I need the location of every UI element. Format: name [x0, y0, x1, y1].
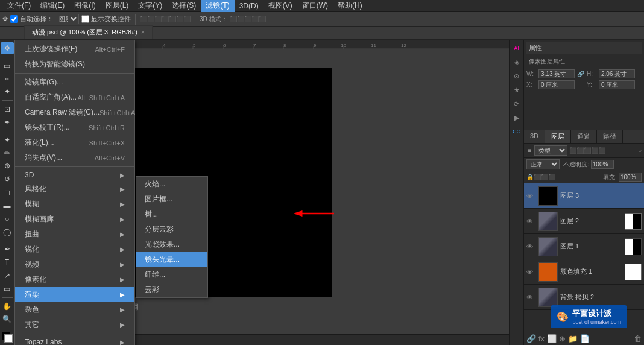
render-tree[interactable]: 树...	[136, 207, 207, 222]
dodge-tool[interactable]: ◯	[1, 226, 14, 238]
ai-icon[interactable]: AI	[511, 42, 523, 54]
eraser-tool[interactable]: ◻	[1, 186, 14, 198]
healing-tool[interactable]: ✦	[1, 134, 14, 146]
width-input[interactable]	[538, 69, 575, 78]
layer-1-visibility[interactable]: 👁	[526, 243, 536, 250]
layer-delete-btn[interactable]: 🗑	[634, 334, 642, 343]
render-layered-clouds[interactable]: 分层云彩	[136, 222, 207, 237]
fill-input[interactable]	[619, 172, 642, 182]
brush-tool[interactable]: ✏	[1, 147, 14, 159]
layer-filter-toggle[interactable]: ○	[638, 147, 642, 154]
style-icon[interactable]: ★	[511, 84, 523, 96]
hand-tool[interactable]: ✋	[1, 300, 14, 312]
layer-row-fill1[interactable]: 👁 颜色填充 1	[524, 259, 644, 285]
menu-image[interactable]: 图像(I)	[69, 0, 100, 12]
filter-noise[interactable]: 杂色 ▶	[15, 302, 134, 317]
render-flame[interactable]: 火焰...	[136, 177, 207, 192]
menu-help[interactable]: 帮助(H)	[333, 0, 367, 12]
filter-distort[interactable]: 扭曲 ▶	[15, 227, 134, 242]
zoom-tool[interactable]: 🔍	[1, 314, 14, 326]
filter-adaptive[interactable]: 自适应广角(A)... Alt+Shift+Ctrl+A	[15, 90, 134, 105]
history-icon[interactable]: ⟳	[511, 98, 523, 110]
filter-liquify[interactable]: 液化(L)... Shift+Ctrl+X	[15, 135, 134, 150]
height-input[interactable]	[599, 69, 635, 78]
layer-2-visibility[interactable]: 👁	[526, 218, 536, 225]
layer-style-btn[interactable]: fx	[538, 334, 545, 343]
properties-icon[interactable]: ◈	[511, 56, 523, 68]
filter-blur[interactable]: 模糊 ▶	[15, 197, 134, 212]
actions-icon[interactable]: ▶	[511, 112, 523, 124]
render-fibers[interactable]: 纤维...	[136, 267, 207, 282]
history-brush-tool[interactable]: ↺	[1, 173, 14, 185]
filter-library[interactable]: 滤镜库(G)...	[15, 75, 134, 90]
filter-other[interactable]: 其它 ▶	[15, 317, 134, 332]
filter-vanishing[interactable]: 消失点(V)... Alt+Ctrl+V	[15, 150, 134, 165]
render-clouds[interactable]: 云彩	[136, 282, 207, 297]
filter-stylize[interactable]: 风格化 ▶	[15, 182, 134, 197]
menu-view[interactable]: 视图(V)	[264, 0, 297, 12]
render-lighting-effects[interactable]: 光照效果...	[136, 237, 207, 252]
filter-topaz[interactable]: Topaz Labs ▶	[15, 335, 134, 345]
filter-render[interactable]: 渲染 ▶	[15, 287, 134, 302]
layer-filter-icon[interactable]: ≡	[526, 147, 532, 154]
show-transform-checkbox[interactable]	[81, 15, 89, 23]
filter-3d[interactable]: 3D ▶	[15, 168, 134, 182]
layer-row-3[interactable]: 👁 图层 3	[524, 183, 644, 209]
blur-tool[interactable]: ○	[1, 213, 14, 225]
shape-tool[interactable]: ▭	[1, 283, 14, 295]
filter-sharpen[interactable]: 锐化 ▶	[15, 242, 134, 257]
tab-close-button[interactable]: ×	[141, 29, 145, 36]
layer-type-filter[interactable]: 类型	[534, 145, 567, 156]
layer-fill1-visibility[interactable]: 👁	[526, 268, 536, 276]
crop-tool[interactable]: ⊡	[1, 103, 14, 115]
move-tool[interactable]: ✥	[1, 42, 14, 54]
menu-edit[interactable]: 编辑(E)	[36, 0, 69, 12]
filter-lens-correction[interactable]: 镜头校正(R)... Shift+Ctrl+R	[15, 120, 134, 135]
tab-layers[interactable]: 图层	[545, 130, 571, 143]
type-tool[interactable]: T	[1, 256, 14, 268]
filter-camera-raw[interactable]: Camera Raw 滤镜(C)... Shift+Ctrl+A	[15, 105, 134, 120]
menu-file[interactable]: 文件(F)	[2, 0, 36, 12]
tab-3d[interactable]: 3D	[524, 130, 545, 143]
document-tab[interactable]: 动漫.psd @ 100% (图层 3, RGB/8#) ×	[24, 25, 153, 39]
marquee-tool[interactable]: ▭	[1, 60, 14, 72]
filter-smart[interactable]: 转换为智能滤镜(S)	[15, 57, 134, 72]
layer-link-btn[interactable]: 🔗	[526, 334, 536, 343]
tab-channels[interactable]: 通道	[571, 130, 597, 143]
layer-row-1[interactable]: 👁 图层 1	[524, 234, 644, 259]
menu-filter[interactable]: 滤镜(T)	[201, 0, 234, 12]
cc-icon[interactable]: CC	[511, 125, 523, 138]
render-picture-frame[interactable]: 图片框...	[136, 192, 207, 207]
tab-paths[interactable]: 路径	[597, 130, 623, 143]
layer-mask-btn[interactable]: ⬜	[547, 334, 557, 343]
layer-group-btn[interactable]: 📁	[568, 334, 578, 343]
layer-bg-copy2-visibility[interactable]: 👁	[526, 294, 536, 301]
path-tool[interactable]: ↗	[1, 270, 14, 282]
lasso-tool[interactable]: ⌖	[1, 73, 14, 85]
magic-wand-tool[interactable]: ✦	[1, 86, 14, 98]
layer-adjustment-btn[interactable]: ⊕	[559, 334, 566, 343]
menu-3d[interactable]: 3D(D)	[235, 1, 264, 11]
adjust-icon[interactable]: ⊙	[511, 70, 523, 82]
auto-select-checkbox[interactable]	[10, 15, 18, 23]
menu-select[interactable]: 选择(S)	[167, 0, 201, 12]
foreground-color[interactable]	[1, 331, 14, 343]
pen-tool[interactable]: ✒	[1, 243, 14, 255]
filter-blur-gallery[interactable]: 模糊画廊 ▶	[15, 212, 134, 227]
menu-text[interactable]: 文字(Y)	[133, 0, 167, 12]
layer-3-visibility[interactable]: 👁	[526, 192, 536, 200]
filter-pixelate[interactable]: 像素化 ▶	[15, 272, 134, 287]
layer-new-btn[interactable]: 📄	[580, 334, 590, 343]
auto-select-dropdown[interactable]: 图层	[55, 14, 79, 24]
render-lens-flare[interactable]: 镜头光晕...	[136, 252, 207, 267]
clone-tool[interactable]: ⊕	[1, 160, 14, 172]
menu-layer[interactable]: 图层(L)	[101, 0, 134, 12]
x-input[interactable]	[538, 80, 575, 89]
filter-last-op[interactable]: 上次滤镜操作(F) Alt+Ctrl+F	[15, 42, 134, 57]
menu-window[interactable]: 窗口(W)	[297, 0, 333, 12]
eyedropper-tool[interactable]: ✒	[1, 116, 14, 128]
opacity-input[interactable]	[591, 160, 614, 169]
filter-video[interactable]: 视频 ▶	[15, 257, 134, 272]
layer-blend-mode[interactable]: 正常	[526, 159, 560, 169]
y-input[interactable]	[599, 80, 635, 89]
